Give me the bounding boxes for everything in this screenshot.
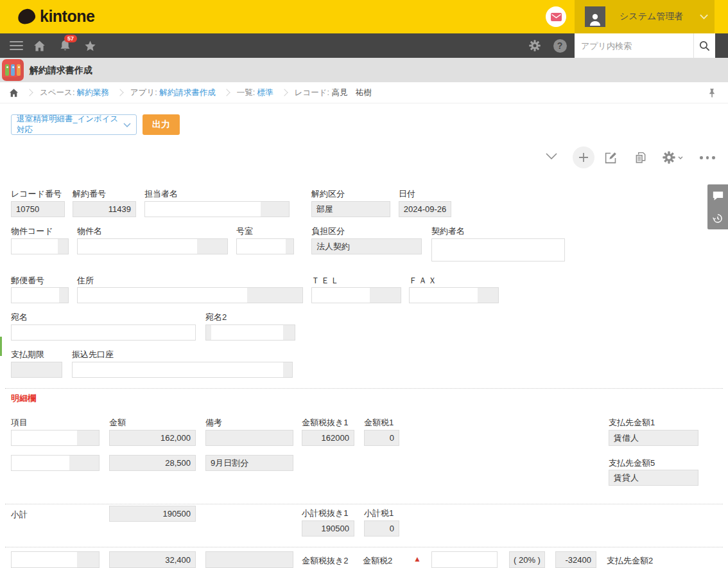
field-property-name xyxy=(77,238,228,254)
star-icon xyxy=(84,40,96,52)
redacted-value xyxy=(78,239,197,254)
favorites-button[interactable] xyxy=(82,33,98,58)
chevron-down-icon xyxy=(700,14,708,19)
notification-count-badge: 57 xyxy=(64,35,77,42)
record-settings-button[interactable] xyxy=(661,150,684,165)
user-menu[interactable]: システム管理者 xyxy=(575,0,715,33)
search-input[interactable] xyxy=(575,33,693,58)
comment-icon xyxy=(713,191,724,201)
collapse-record-button[interactable] xyxy=(544,152,559,161)
field-subtotal-ex-tax1: 190500 xyxy=(302,520,354,537)
portal-home-button[interactable] xyxy=(31,33,48,58)
breadcrumb-prefix: スペース: xyxy=(40,88,77,97)
detail-row1-tax: 0 xyxy=(364,430,399,446)
user-name: システム管理者 xyxy=(620,11,683,22)
field-payee1: 賃借人 xyxy=(609,430,698,446)
redacted-value xyxy=(78,288,247,303)
app-icon[interactable] xyxy=(2,59,24,81)
field-cancel-no: 11439 xyxy=(73,201,136,217)
output-template-select[interactable]: 退室精算明細書_インボイス対応 xyxy=(11,114,137,135)
field-value: 162000 xyxy=(322,433,349,443)
edit-record-button[interactable] xyxy=(603,150,618,165)
breadcrumb-home-button[interactable] xyxy=(9,88,19,98)
settings-button[interactable] xyxy=(526,33,543,58)
detail-row3-tax2-value: -32400 xyxy=(555,551,596,568)
warning-triangle-icon: ▲ xyxy=(413,555,421,564)
field-value: 法人契約 xyxy=(316,241,350,253)
field-label-subtotal-ex-tax1: 小計税抜き1 xyxy=(302,508,349,519)
breadcrumb-separator-icon xyxy=(116,89,123,96)
redacted-value xyxy=(312,288,370,303)
field-label-tel: ＴＥＬ xyxy=(311,275,340,287)
detail-row1-item xyxy=(11,430,100,446)
help-button[interactable]: ? xyxy=(551,33,568,58)
detail-row3-tax-rate: ( 20% ) xyxy=(509,551,545,568)
plus-icon xyxy=(578,152,589,163)
section-divider xyxy=(5,388,723,389)
more-options-button[interactable] xyxy=(698,156,716,159)
detail-row2-amount: 28,500 xyxy=(109,455,196,471)
output-template-value: 退室精算明細書_インボイス対応 xyxy=(17,114,123,136)
search-button[interactable] xyxy=(693,33,715,58)
field-payment-due xyxy=(11,362,62,378)
redacted-value xyxy=(12,288,59,303)
field-value: 0 xyxy=(390,524,394,533)
gear-icon xyxy=(528,39,541,52)
duplicate-record-button[interactable] xyxy=(633,150,648,165)
add-record-button[interactable] xyxy=(573,146,594,168)
field-label-contractor-name: 契約者名 xyxy=(431,226,465,237)
section-divider xyxy=(5,547,723,547)
redacted-value xyxy=(237,239,286,254)
detail-row3-item xyxy=(11,551,100,568)
field-label-payee2: 支払先金額2 xyxy=(607,555,653,567)
field-value: 11439 xyxy=(108,204,131,214)
copy-icon xyxy=(634,151,647,164)
field-property-code xyxy=(11,238,69,254)
field-value: 部屋 xyxy=(316,204,333,215)
redacted-value xyxy=(12,456,69,470)
field-value: 32,400 xyxy=(165,555,191,565)
binder-icon xyxy=(11,64,15,76)
breadcrumb-link-view[interactable]: 標準 xyxy=(257,88,273,97)
hamburger-menu-button[interactable] xyxy=(8,33,24,58)
redacted-value xyxy=(12,552,77,567)
detail-row2-item xyxy=(11,455,100,471)
redacted-value xyxy=(12,430,77,445)
detail-row3-redacted-field xyxy=(431,551,498,568)
change-history-button[interactable] xyxy=(707,207,728,229)
field-value: 28,500 xyxy=(165,458,191,468)
field-value: 0 xyxy=(390,433,394,443)
search-icon xyxy=(698,40,711,52)
field-label-addressee2: 宛名2 xyxy=(205,312,227,323)
field-contractor-name xyxy=(431,238,565,262)
breadcrumb-link-app[interactable]: 解約請求書作成 xyxy=(159,88,216,97)
export-button[interactable]: 出力 xyxy=(143,114,180,135)
kintone-logo[interactable]: kintone xyxy=(18,7,94,26)
field-label-bank-account: 振込先口座 xyxy=(72,349,114,360)
field-date: 2024-09-26 xyxy=(399,201,451,217)
field-label-fax: ＦＡＸ xyxy=(409,275,438,287)
field-label-property-code: 物件コード xyxy=(11,226,53,237)
section-divider xyxy=(5,504,723,504)
notification-mail-button[interactable] xyxy=(546,6,566,27)
ellipsis-icon xyxy=(712,156,715,159)
field-label-burden-type: 負担区分 xyxy=(311,226,345,237)
breadcrumb-link-space[interactable]: 解約業務 xyxy=(77,88,109,97)
history-icon xyxy=(712,213,724,224)
redacted-value xyxy=(211,325,283,340)
pin-button[interactable] xyxy=(707,88,716,100)
breadcrumb-prefix: レコード: xyxy=(295,88,332,97)
comments-button[interactable] xyxy=(707,184,728,207)
field-value: 162,000 xyxy=(160,433,191,443)
avatar xyxy=(585,6,605,27)
breadcrumb: スペース: 解約業務 アプリ: 解約請求書作成 一覧: 標準 レコード: 高見 … xyxy=(0,82,728,103)
field-label-record-no: レコード番号 xyxy=(11,188,62,200)
breadcrumb-item-app: アプリ: 解約請求書作成 xyxy=(130,87,216,98)
field-room-no xyxy=(236,238,294,254)
chevron-down-icon xyxy=(546,153,557,159)
chevron-down-icon xyxy=(123,123,131,127)
edit-icon xyxy=(604,151,618,164)
left-edge-marker xyxy=(0,337,2,356)
field-addressee xyxy=(11,324,196,341)
field-label-addressee: 宛名 xyxy=(11,312,28,323)
